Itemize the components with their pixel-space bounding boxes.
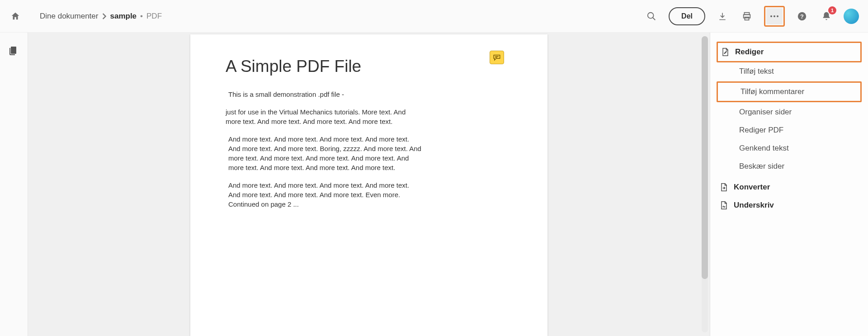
tool-recognize-text[interactable]: Genkend tekst (717, 139, 862, 157)
tool-add-comments[interactable]: Tilføj kommentarer (718, 83, 860, 101)
more-button-highlight (764, 6, 785, 27)
breadcrumb-filetype: PDF (146, 12, 162, 21)
edit-section: Rediger Tilføj tekst Tilføj kommentarer … (717, 42, 862, 175)
search-button[interactable] (644, 9, 659, 24)
help-icon: ? (797, 11, 807, 21)
convert-header[interactable]: Konverter (717, 178, 862, 196)
scrollbar[interactable] (702, 36, 708, 332)
tool-crop-pages[interactable]: Beskær sider (717, 157, 862, 175)
tools-panel: Rediger Tilføj tekst Tilføj kommentarer … (710, 33, 868, 336)
document-paragraph: And more text. And more text. And more t… (228, 134, 423, 172)
breadcrumb: Dine dokumenter sample • PDF (40, 12, 162, 21)
edit-header[interactable]: Rediger (717, 42, 862, 62)
speech-bubble-icon (493, 54, 501, 61)
chevron-right-icon (102, 13, 106, 19)
print-button[interactable] (740, 9, 754, 24)
sticky-note-annotation[interactable] (490, 51, 504, 64)
search-icon (646, 11, 656, 21)
pdf-page: A Simple PDF File This is a small demons… (190, 34, 547, 336)
breadcrumb-current[interactable]: sample (110, 12, 137, 21)
svg-text:?: ? (800, 13, 804, 19)
document-paragraph: And more text. And more text. And more t… (228, 180, 423, 209)
top-actions: Del ? 1 (644, 6, 859, 27)
top-bar: Dine dokumenter sample • PDF Del ? 1 (0, 0, 868, 33)
tool-organize-pages[interactable]: Organiser sider (717, 103, 862, 121)
svg-point-0 (648, 12, 654, 18)
notifications-button[interactable]: 1 (819, 9, 834, 24)
thumbnails-button[interactable] (8, 45, 20, 57)
breadcrumb-root[interactable]: Dine dokumenter (40, 12, 98, 21)
document-paragraph: This is a small demonstration .pdf file … (228, 90, 423, 99)
svg-point-6 (777, 15, 778, 17)
svg-point-4 (770, 15, 772, 17)
document-title: A Simple PDF File (226, 57, 516, 76)
tool-add-comments-highlight: Tilføj kommentarer (717, 81, 862, 102)
home-button[interactable] (9, 10, 22, 23)
ellipsis-icon (770, 15, 779, 18)
print-icon (742, 11, 752, 21)
tool-add-text[interactable]: Tilføj tekst (717, 62, 862, 80)
document-paragraph: just for use in the Virtual Mechanics tu… (226, 107, 420, 126)
main-area: A Simple PDF File This is a small demons… (0, 33, 868, 336)
documents-icon (8, 45, 19, 56)
download-icon (718, 12, 727, 21)
sign-header[interactable]: Underskriv (717, 196, 862, 214)
breadcrumb-separator: • (140, 12, 143, 21)
more-options-button[interactable] (766, 8, 783, 24)
sign-header-label: Underskriv (734, 201, 774, 210)
home-icon (10, 11, 20, 21)
edit-pdf-icon (721, 47, 730, 57)
edit-header-label: Rediger (735, 47, 764, 57)
sign-icon (719, 201, 728, 210)
share-button[interactable]: Del (669, 7, 705, 25)
convert-header-label: Konverter (734, 183, 770, 192)
download-button[interactable] (715, 9, 730, 24)
avatar[interactable] (844, 9, 859, 24)
convert-icon (719, 183, 728, 192)
document-viewer[interactable]: A Simple PDF File This is a small demons… (28, 33, 710, 336)
notification-badge: 1 (828, 6, 836, 14)
help-button[interactable]: ? (795, 9, 809, 24)
left-rail (0, 33, 28, 336)
svg-point-5 (774, 15, 775, 17)
tool-edit-pdf[interactable]: Rediger PDF (717, 121, 862, 139)
scrollbar-thumb[interactable] (702, 36, 708, 279)
